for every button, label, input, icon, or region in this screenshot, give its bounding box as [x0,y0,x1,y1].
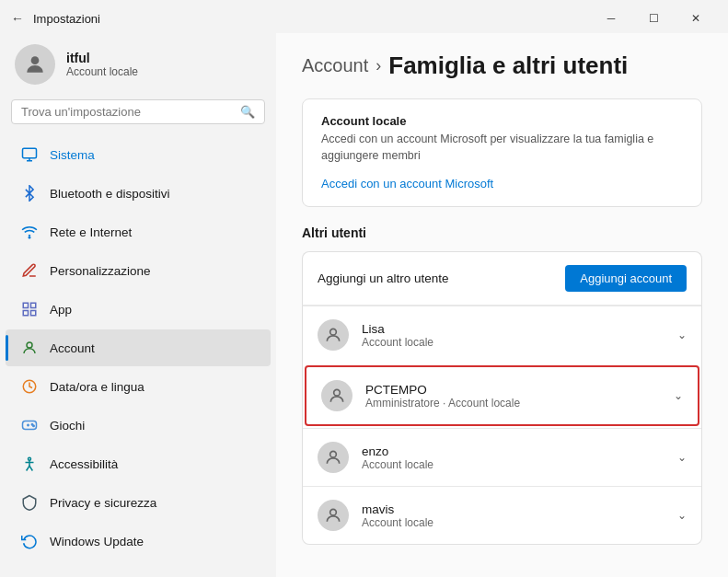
svg-rect-7 [23,311,28,316]
sidebar-label-account: Account [50,341,95,355]
search-input[interactable] [21,105,233,119]
sidebar-label-update: Windows Update [50,535,144,548]
bluetooth-icon [20,184,39,202]
svg-rect-1 [23,148,37,158]
breadcrumb-arrow: › [376,56,381,75]
user-name: mavis [362,502,670,516]
list-item[interactable]: enzo Account locale ⌄ [303,428,701,486]
giochi-icon [20,416,39,434]
sidebar-label-privacy: Privacy e sicurezza [50,496,156,510]
update-icon [20,532,39,550]
list-item[interactable]: Lisa Account locale ⌄ [303,306,701,364]
svg-point-16 [29,457,31,460]
sidebar-label-giochi: Giochi [50,419,85,433]
page-title: Famiglia e altri utenti [388,52,628,80]
altri-utenti-title: Altri utenti [302,225,702,240]
sidebar-label-app: App [50,303,72,317]
svg-point-9 [27,342,32,348]
user-profile[interactable]: itful Account locale [0,33,276,99]
add-user-row: Aggiungi un altro utente Aggiungi accoun… [302,251,702,306]
svg-point-0 [31,56,40,64]
maximize-button[interactable]: ☐ [632,6,675,31]
privacy-icon [20,493,39,512]
sidebar-item-app[interactable]: App [6,291,271,328]
user-type: Account locale [362,458,670,471]
breadcrumb: Account [302,55,368,76]
chevron-down-icon: ⌄ [677,509,687,522]
add-account-button[interactable]: Aggiungi account [565,265,687,292]
personalizzazione-icon [20,261,39,280]
user-name: Lisa [362,322,670,336]
avatar [15,44,55,85]
sidebar-label-personalizzazione: Personalizzazione [50,264,151,278]
close-button[interactable]: ✕ [675,6,717,31]
avatar [321,380,352,411]
svg-rect-5 [23,303,28,307]
page-header: Account › Famiglia e altri utenti [302,52,702,80]
sidebar-item-rete[interactable]: Rete e Internet [6,213,271,250]
svg-rect-8 [31,311,36,316]
user-info: mavis Account locale [362,502,670,529]
ms-account-card-title: Account locale [321,114,683,128]
sidebar-label-accessibilita: Accessibilità [50,457,118,471]
minimize-button[interactable]: ─ [590,6,632,31]
title-bar-controls: ─ ☐ ✕ [590,6,717,31]
sidebar-label-sistema: Sistema [50,148,95,162]
svg-point-18 [334,389,341,396]
accessibilita-icon [20,455,39,473]
user-account-type: Account locale [66,65,138,78]
avatar [318,319,349,351]
list-item[interactable]: PCTEMPO Amministratore · Account locale … [305,365,699,426]
svg-point-17 [330,329,337,335]
svg-point-15 [33,425,35,427]
user-name: enzo [362,444,670,458]
svg-rect-6 [31,303,36,307]
data-icon [20,377,39,396]
ms-account-link[interactable]: Accedi con un account Microsoft [321,177,493,190]
title-bar-title: Impostazioni [33,12,100,26]
sidebar-item-account[interactable]: Account [6,329,271,366]
add-user-label: Aggiungi un altro utente [318,271,449,285]
sidebar-item-bluetooth[interactable]: Bluetooth e dispositivi [6,175,271,212]
user-type: Amministratore · Account locale [365,397,666,410]
app-icon [20,300,39,318]
user-info: Lisa Account locale [362,322,670,349]
user-type: Account locale [362,336,670,349]
chevron-down-icon: ⌄ [677,451,687,464]
title-bar: ← Impostazioni ─ ☐ ✕ [0,0,728,33]
user-info: itful Account locale [66,51,138,78]
sidebar-item-accessibilita[interactable]: Accessibilità [6,445,271,482]
user-icon [324,506,342,525]
sidebar-item-personalizzazione[interactable]: Personalizzazione [6,252,271,289]
user-icon [328,387,346,405]
sidebar-item-privacy[interactable]: Privacy e sicurezza [6,484,271,521]
sidebar-item-giochi[interactable]: Giochi [6,407,271,444]
avatar [318,500,349,531]
sidebar-label-bluetooth: Bluetooth e dispositivi [50,187,170,201]
sidebar-label-rete: Rete e Internet [50,225,132,239]
search-icon: 🔍 [240,105,255,119]
list-item[interactable]: mavis Account locale ⌄ [303,486,701,544]
user-icon [324,448,342,467]
ms-account-card: Account locale Accedi con un account Mic… [302,98,702,207]
title-bar-left: ← Impostazioni [11,11,100,26]
user-info: enzo Account locale [362,444,670,471]
search-box[interactable]: 🔍 [11,99,265,124]
user-avatar-icon [23,52,47,76]
user-name: PCTEMPO [365,383,666,397]
svg-point-19 [330,451,337,457]
user-info: PCTEMPO Amministratore · Account locale [365,383,666,410]
chevron-down-icon: ⌄ [674,389,683,402]
sidebar-item-update[interactable]: Windows Update [6,523,271,560]
content-area: Account › Famiglia e altri utenti Accoun… [276,33,728,577]
user-name: itful [66,51,138,65]
account-icon [20,339,39,357]
user-icon [324,326,342,344]
sidebar-item-data[interactable]: Data/ora e lingua [6,368,271,405]
ms-account-card-desc: Accedi con un account Microsoft per visu… [321,132,683,164]
sidebar: itful Account locale 🔍 Sistema Bluetooth… [0,33,276,577]
rete-icon [20,223,39,241]
sidebar-item-sistema[interactable]: Sistema [6,136,271,173]
chevron-down-icon: ⌄ [677,329,687,341]
back-button[interactable]: ← [11,11,24,26]
